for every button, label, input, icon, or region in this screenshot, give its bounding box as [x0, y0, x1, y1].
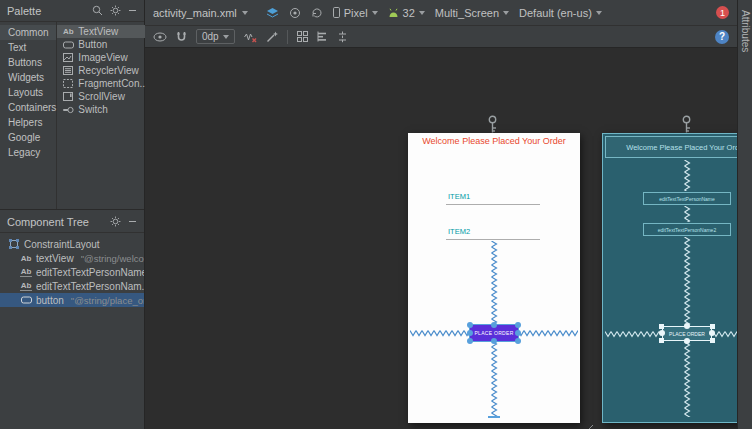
- api-label: 32: [403, 7, 415, 19]
- tree-item-edittext-2[interactable]: Ab editTextTextPersonNam...: [0, 279, 144, 293]
- palette-item-imageview[interactable]: ImageView: [57, 51, 147, 64]
- device-label: Pixel: [344, 7, 368, 19]
- palette-category-text[interactable]: Text: [0, 40, 56, 55]
- constraint-spring-left: [410, 329, 470, 337]
- palette-item-label: RecyclerView: [78, 65, 138, 76]
- attributes-tab[interactable]: Attributes: [739, 10, 751, 52]
- selection-handle[interactable]: [515, 338, 521, 344]
- palette-category-containers[interactable]: Containers: [0, 100, 56, 115]
- preview-textview[interactable]: Welcome Please Placed Your Order: [408, 136, 580, 146]
- preview-edittext-1[interactable]: ITEM1: [448, 192, 470, 201]
- constraint-spring-left: [605, 330, 661, 338]
- locale-dropdown[interactable]: Default (en-us): [519, 7, 602, 19]
- palette-item-label: ImageView: [78, 52, 127, 63]
- file-tab[interactable]: activity_main.xml: [153, 7, 248, 19]
- android-icon: [388, 8, 399, 18]
- infer-constraints-icon[interactable]: [266, 31, 278, 43]
- orientation-icon[interactable]: [311, 7, 323, 19]
- constraint-spring-bottom: [490, 341, 498, 416]
- selection-handle[interactable]: [710, 338, 715, 343]
- selection-handle[interactable]: [659, 338, 664, 343]
- design-surface[interactable]: Welcome Please Placed Your Order ITEM1 I…: [145, 48, 737, 429]
- palette: Common Text Buttons Widgets Layouts Cont…: [0, 22, 144, 210]
- selection-handle[interactable]: [659, 324, 664, 329]
- constraint-anchor-top[interactable]: [491, 322, 497, 328]
- fragmentcontainer-icon: [62, 79, 74, 88]
- guidelines-icon[interactable]: [337, 31, 348, 43]
- minimize-icon[interactable]: [128, 217, 137, 226]
- blueprint-preview: Welcome Please Placed Your Order editTex…: [602, 133, 752, 423]
- constraint-anchor-bottom[interactable]: [491, 338, 497, 344]
- minimize-icon[interactable]: [128, 6, 137, 15]
- preview-resize-handle[interactable]: [582, 422, 594, 429]
- notification-badge[interactable]: 1: [716, 6, 729, 19]
- palette-category-legacy[interactable]: Legacy: [0, 145, 56, 160]
- search-icon[interactable]: [92, 5, 103, 16]
- constraint-anchor-bottom[interactable]: [684, 338, 690, 344]
- constraint-spring-top: [490, 241, 498, 325]
- preview-edittext-2[interactable]: ITEM2: [448, 227, 470, 236]
- default-margins-dropdown[interactable]: 0dp: [196, 29, 235, 44]
- gear-icon[interactable]: [110, 216, 121, 227]
- chevron-down-icon: [372, 11, 378, 15]
- view-options-icon[interactable]: [153, 32, 167, 42]
- palette-items: Ab TextView Button ImageView RecyclerVie…: [57, 22, 147, 209]
- textview-icon: Ab: [20, 254, 32, 263]
- file-tab-label: activity_main.xml: [153, 7, 237, 19]
- tree-item-label: editTextTextPersonName: [36, 267, 144, 278]
- layers-icon[interactable]: [266, 7, 279, 19]
- imageview-icon: [62, 53, 74, 62]
- constraint-spring: [683, 206, 691, 222]
- tree-item-edittext-1[interactable]: Ab editTextTextPersonName: [0, 265, 144, 279]
- constraint-anchor-right[interactable]: [515, 330, 521, 336]
- help-icon[interactable]: ?: [715, 30, 729, 44]
- selection-handle[interactable]: [515, 322, 521, 328]
- palette-item-recyclerview[interactable]: RecyclerView: [57, 64, 147, 77]
- blueprint-edittext-2[interactable]: editTextTextPersonName2: [643, 223, 731, 236]
- tree-item-constraintlayout[interactable]: ConstraintLayout: [0, 237, 144, 251]
- gear-icon[interactable]: [110, 5, 121, 16]
- toolbar-separator: [287, 30, 288, 44]
- palette-category-layouts[interactable]: Layouts: [0, 85, 56, 100]
- palette-item-label: FragmentCon...: [78, 78, 147, 89]
- autoconnect-magnet-icon[interactable]: [176, 31, 187, 43]
- editor-tab-bar: activity_main.xml Pixel 32 Multi_Screen …: [145, 0, 737, 26]
- edittext-icon: Ab: [20, 267, 32, 277]
- selection-handle[interactable]: [710, 324, 715, 329]
- device-dropdown[interactable]: Pixel: [333, 7, 378, 19]
- palette-item-button[interactable]: Button: [57, 38, 147, 51]
- tree-item-button[interactable]: button "@string/place_orde...: [0, 293, 144, 307]
- tree-item-label: ConstraintLayout: [24, 239, 100, 250]
- constraint-anchor-right[interactable]: [709, 330, 715, 336]
- screen-dropdown[interactable]: Multi_Screen: [435, 7, 509, 19]
- tree-item-label: button: [36, 295, 64, 306]
- palette-item-label: ScrollView: [78, 91, 125, 102]
- clear-constraints-icon[interactable]: [244, 31, 257, 43]
- pack-icon[interactable]: [297, 31, 308, 42]
- selection-handle[interactable]: [467, 338, 473, 344]
- constraint-anchor-left[interactable]: [467, 330, 473, 336]
- palette-category-common[interactable]: Common: [0, 25, 56, 40]
- api-dropdown[interactable]: 32: [388, 7, 425, 19]
- selection-handle[interactable]: [467, 322, 473, 328]
- palette-item-textview[interactable]: Ab TextView: [57, 25, 147, 38]
- chevron-down-icon: [596, 11, 602, 15]
- phone-icon: [333, 7, 340, 18]
- palette-item-fragmentcontainer[interactable]: FragmentCon...: [57, 77, 147, 90]
- palette-category-helpers[interactable]: Helpers: [0, 115, 56, 130]
- color-mode-icon[interactable]: [289, 7, 301, 19]
- palette-category-buttons[interactable]: Buttons: [0, 55, 56, 70]
- palette-category-google[interactable]: Google: [0, 130, 56, 145]
- palette-category-widgets[interactable]: Widgets: [0, 70, 56, 85]
- switch-icon: [62, 106, 74, 114]
- align-icon[interactable]: [317, 31, 328, 42]
- tree-item-annotation: "@string/place_orde...: [71, 295, 144, 306]
- palette-item-scrollview[interactable]: ScrollView: [57, 90, 147, 103]
- palette-item-label: Button: [78, 39, 107, 50]
- blueprint-edittext-1[interactable]: editTextTextPersonName: [643, 192, 731, 205]
- constraint-anchor-left[interactable]: [659, 330, 665, 336]
- palette-item-switch[interactable]: Switch: [57, 103, 147, 116]
- tree-item-textview[interactable]: Ab textView "@string/welcom...: [0, 251, 144, 265]
- constraint-anchor-top[interactable]: [684, 323, 690, 329]
- blueprint-textview[interactable]: Welcome Please Placed Your Order: [605, 136, 752, 158]
